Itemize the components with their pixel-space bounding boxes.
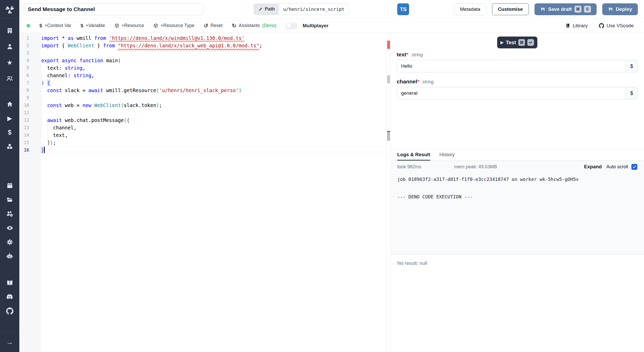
code-line-9[interactable]: 9 [19, 94, 390, 102]
sidebar-group-main: ▶ $ [0, 97, 19, 154]
channel-var-picker-button[interactable]: $ [625, 87, 638, 99]
field-type: string [412, 52, 423, 58]
toggle-knob [286, 23, 291, 28]
refresh-icon: ↻ [232, 23, 236, 29]
code-line-13[interactable]: 13 channel, [19, 124, 390, 131]
sidebar-item-discord[interactable] [0, 290, 19, 304]
sidebar-item-home[interactable] [0, 97, 19, 111]
text-var-picker-button[interactable]: $ [625, 60, 638, 72]
line-number: 8 [19, 87, 29, 94]
result-area: No result: null [391, 254, 644, 352]
code-line-7[interactable]: 7) { [19, 79, 390, 87]
cubes-icon [6, 143, 13, 150]
enter-key-badge: ↵ [527, 39, 534, 46]
sidebar-item-favorites[interactable]: ★ [0, 55, 19, 71]
sidebar-item-groups[interactable] [0, 71, 19, 86]
github-icon [599, 23, 604, 28]
typescript-badge: TS [397, 3, 409, 15]
code-line-4[interactable]: 4export async function main( [19, 57, 390, 64]
path-field[interactable]: Path u/henri/sincere_script [254, 4, 349, 15]
sidebar-item-workspace[interactable] [0, 23, 19, 39]
script-title-input[interactable] [23, 3, 203, 15]
sidebar-item-docs[interactable] [0, 276, 19, 290]
deploy-label: Deploy [616, 6, 632, 12]
building-icon [6, 27, 13, 34]
code-line-10[interactable]: 10 const web = new WebClient(slack.token… [19, 102, 390, 109]
deploy-button[interactable]: Deploy [602, 3, 638, 15]
tab-logs-result[interactable]: Logs & Result [397, 149, 430, 161]
use-vscode-label: Use VScode [606, 23, 634, 29]
autoscroll-checkbox[interactable] [631, 164, 637, 170]
metadata-button[interactable]: Metadata [454, 3, 486, 15]
channel-input-row: $ [397, 87, 638, 99]
required-asterisk: * [406, 51, 408, 58]
autoscroll-label: Auto scroll [606, 164, 628, 170]
code-line-1[interactable]: 1import * as wmill from 'https://deno.la… [19, 34, 390, 42]
main-area: Path u/henri/sincere_script TS Metadata … [19, 0, 644, 352]
book-icon [6, 279, 13, 286]
user-icon [6, 43, 13, 50]
code-line-8[interactable]: 8 const slack = await wmill.getResource(… [19, 87, 390, 94]
add-resource-button[interactable]: +Resource [114, 23, 144, 28]
cmd-key-badge: ⌘ [518, 39, 525, 46]
save-draft-button[interactable]: Save draft ⌘ S [535, 3, 597, 15]
code-line-5[interactable]: 5 text: string, [19, 64, 390, 72]
log-output: job 018963f2-a317-d81f-f1f0-e3cc23418747… [391, 173, 644, 254]
home-icon [6, 101, 13, 108]
sidebar-item-schedules[interactable] [0, 178, 19, 192]
code-line-6[interactable]: 6 channel: string, [19, 72, 390, 79]
logs-section: Logs & Result History took 982ms mem pea… [391, 149, 644, 352]
add-resource-type-button[interactable]: +Resource Type [153, 23, 194, 28]
sidebar-item-settings[interactable] [0, 235, 19, 249]
tab-history[interactable]: History [439, 149, 455, 161]
library-button[interactable]: Library [565, 23, 588, 29]
github-icon [6, 307, 13, 315]
sidebar-item-folders[interactable] [0, 192, 19, 207]
sidebar-item-github[interactable] [0, 304, 19, 318]
code-line-3[interactable]: 3 [19, 49, 390, 57]
multiplayer-toggle[interactable] [286, 23, 298, 29]
code-area[interactable]: 1import * as wmill from 'https://deno.la… [19, 33, 390, 154]
sidebar-group-workspace: ★ [0, 23, 19, 86]
save-draft-label: Save draft [548, 6, 572, 12]
use-vscode-button[interactable]: Use VScode [599, 23, 634, 29]
channel-field[interactable] [397, 87, 625, 99]
line-number: 9 [19, 94, 29, 102]
code-line-14[interactable]: 14 text, [19, 131, 390, 139]
code-line-11[interactable]: 11 [19, 109, 390, 117]
windmill-logo[interactable] [0, 0, 19, 19]
scrollbar-thumb[interactable] [387, 75, 390, 83]
customise-button[interactable]: Customise [492, 3, 529, 15]
logs-statsbar: took 982ms mem peak: 49.03MB Expand Auto… [391, 161, 644, 173]
sidebar: ★ ▶ $ [0, 0, 19, 352]
sidebar-item-resources[interactable] [0, 139, 19, 154]
assistants-button[interactable]: ↻ Assistants (Deno) [232, 23, 276, 29]
test-button[interactable]: ▶ Test ⌘ ↵ [497, 37, 537, 48]
expand-button[interactable]: Expand [584, 164, 602, 170]
add-variable-button[interactable]: $ +Variable [81, 23, 105, 29]
code-line-2[interactable]: 2import { WebClient } from "https://deno… [19, 42, 390, 49]
text-field[interactable] [397, 60, 625, 72]
code-line-15[interactable]: 15 }); [19, 139, 390, 146]
sidebar-item-user[interactable] [0, 39, 19, 55]
star-icon: ★ [7, 59, 13, 66]
sidebar-item-assistants[interactable] [0, 249, 19, 263]
dollar-icon: $ [81, 23, 83, 29]
add-context-var-button[interactable]: $ +Context Var [39, 23, 71, 29]
path-value[interactable]: u/henri/sincere_script [279, 4, 349, 15]
editor-scrollbar[interactable] [387, 33, 390, 352]
sidebar-item-workers[interactable] [0, 207, 19, 221]
line-number: 11 [19, 109, 29, 117]
result-text: No result: null [397, 260, 427, 266]
sidebar-item-audit-logs[interactable] [0, 221, 19, 235]
error-marker [387, 41, 390, 49]
code-editor[interactable]: 1import * as wmill from 'https://deno.la… [19, 33, 390, 352]
code-line-16[interactable]: 16} [19, 146, 390, 154]
code-line-12[interactable]: 12 await web.chat.postMessage({ [19, 117, 390, 124]
reset-button[interactable]: ↺ Reset [204, 23, 223, 29]
save-icon [540, 6, 546, 12]
sidebar-item-runs[interactable]: ▶ [0, 111, 19, 125]
sidebar-collapse[interactable]: → [0, 332, 19, 352]
s-key-badge: S [584, 6, 591, 13]
sidebar-item-variables[interactable]: $ [0, 125, 19, 139]
